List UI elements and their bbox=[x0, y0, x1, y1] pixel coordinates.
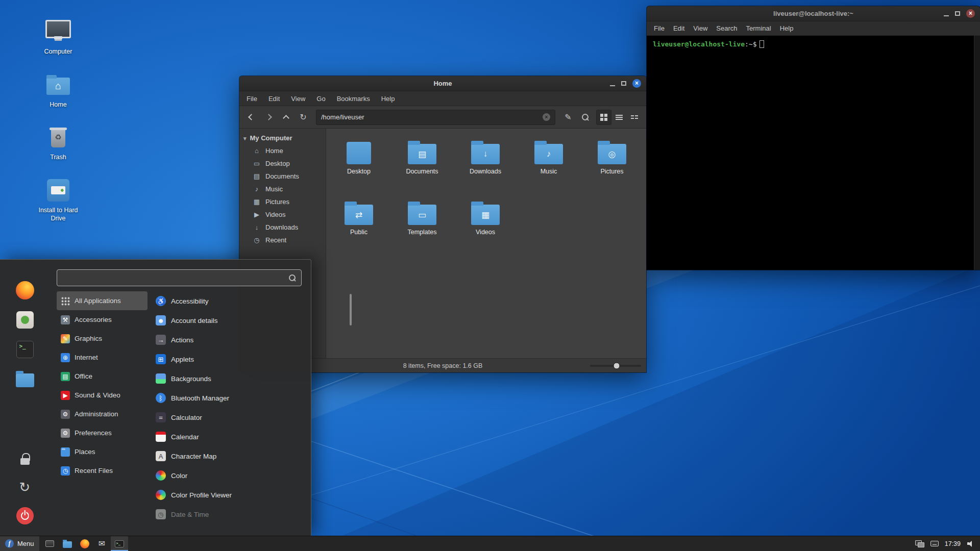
application-item[interactable]: ᛒ Bluetooth Manager bbox=[152, 388, 305, 408]
application-item[interactable]: Color bbox=[152, 466, 305, 485]
file-manager-menu-item[interactable]: Bookmarks bbox=[337, 95, 370, 103]
file-manager-menu-item[interactable]: File bbox=[247, 95, 257, 103]
file-item[interactable]: ↓ Downloads bbox=[470, 141, 501, 175]
keyboard-icon[interactable] bbox=[930, 541, 939, 546]
file-item[interactable]: ▦ Videos bbox=[471, 202, 500, 236]
file-item[interactable]: ⇄ Public bbox=[345, 202, 373, 236]
category-item[interactable]: ▤ Office bbox=[57, 367, 148, 386]
sidebar-item[interactable]: ♪ Music bbox=[239, 183, 326, 195]
application-item[interactable]: A Character Map bbox=[152, 446, 305, 466]
network-icon[interactable] bbox=[915, 540, 924, 547]
show-desktop-icon[interactable] bbox=[41, 536, 59, 551]
terminal-scrollbar[interactable] bbox=[974, 36, 980, 270]
category-item[interactable]: All Applications bbox=[57, 291, 148, 310]
logout-icon[interactable] bbox=[15, 477, 35, 497]
sidebar-item[interactable]: ◷ Recent bbox=[239, 234, 326, 246]
forward-button[interactable] bbox=[261, 110, 276, 125]
application-item[interactable]: ⊞ Applets bbox=[152, 349, 305, 369]
files-task-icon[interactable] bbox=[59, 536, 76, 551]
home-folder-icon[interactable]: ⌂ Home bbox=[30, 71, 86, 109]
close-button[interactable]: × bbox=[632, 79, 641, 88]
terminal-menu-item[interactable]: Help bbox=[780, 24, 794, 32]
file-item[interactable]: ▤ Documents bbox=[406, 141, 438, 175]
icon-view-button[interactable] bbox=[596, 110, 611, 125]
refresh-button[interactable]: ↻ bbox=[296, 110, 311, 125]
mail-icon[interactable] bbox=[93, 536, 111, 551]
category-item[interactable]: ▶ Sound & Video bbox=[57, 386, 148, 405]
application-item[interactable]: → Actions bbox=[152, 330, 305, 349]
sidebar-item[interactable]: ▦ Pictures bbox=[239, 195, 326, 208]
terminal-task-icon[interactable] bbox=[111, 536, 128, 551]
application-item[interactable]: ☻ Account details bbox=[152, 311, 305, 330]
clear-path-icon[interactable]: × bbox=[543, 113, 550, 121]
application-item[interactable]: ♿ Accessibility bbox=[152, 291, 305, 311]
minimize-button[interactable] bbox=[610, 85, 615, 86]
terminal-icon[interactable] bbox=[15, 339, 35, 360]
file-manager-menu-item[interactable]: Go bbox=[316, 95, 325, 103]
file-item[interactable]: ▭ Templates bbox=[408, 202, 437, 236]
menu-button[interactable]: f Menu bbox=[0, 536, 39, 551]
expander-icon[interactable] bbox=[243, 134, 247, 142]
installer-icon[interactable]: Install to Hard Drive bbox=[30, 177, 86, 222]
application-item[interactable]: Color Profile Viewer bbox=[152, 485, 305, 505]
terminal-menu-item[interactable]: File bbox=[654, 24, 665, 32]
file-manager-menu-item[interactable]: Edit bbox=[268, 95, 280, 103]
application-item[interactable]: Backgrounds bbox=[152, 369, 305, 388]
files-icon[interactable] bbox=[15, 369, 35, 389]
category-item[interactable]: ⚒ Accessories bbox=[57, 310, 148, 329]
search-input[interactable] bbox=[62, 274, 289, 282]
terminal-menu-item[interactable]: View bbox=[693, 24, 707, 32]
clock[interactable]: 17:39 bbox=[945, 540, 961, 547]
lock-icon[interactable] bbox=[15, 448, 35, 469]
firefox-icon[interactable] bbox=[15, 280, 35, 300]
search-button[interactable] bbox=[578, 110, 593, 125]
file-manager-title-bar[interactable]: Home × bbox=[239, 76, 646, 91]
sidebar-heading[interactable]: My Computer bbox=[239, 132, 326, 144]
software-icon[interactable] bbox=[15, 310, 35, 330]
file-manager-menu-item[interactable]: View bbox=[291, 95, 305, 103]
application-item[interactable]: ◷ Date & Time bbox=[152, 505, 305, 524]
path-entry[interactable]: /home/liveuser × bbox=[316, 110, 555, 125]
up-button[interactable] bbox=[278, 110, 293, 125]
terminal-menu-item[interactable]: Edit bbox=[673, 24, 684, 32]
category-item[interactable]: ⊕ Internet bbox=[57, 348, 148, 367]
compact-view-button[interactable] bbox=[627, 110, 642, 125]
menu-search-box[interactable] bbox=[57, 269, 302, 286]
category-item[interactable]: ◷ Recent Files bbox=[57, 461, 148, 480]
sidebar-item[interactable]: ⌂ Home bbox=[239, 144, 326, 157]
maximize-button[interactable] bbox=[621, 81, 626, 86]
edit-location-button[interactable]: ✎ bbox=[560, 110, 576, 125]
back-button[interactable] bbox=[243, 110, 259, 125]
maximize-button[interactable] bbox=[955, 11, 960, 16]
volume-icon[interactable] bbox=[967, 540, 975, 547]
category-item[interactable]: ✎ Graphics bbox=[57, 329, 148, 348]
category-item[interactable]: ⚙ Administration bbox=[57, 405, 148, 423]
application-item[interactable]: = Calculator bbox=[152, 408, 305, 427]
menu-scrollbar[interactable] bbox=[350, 294, 352, 325]
zoom-slider-knob[interactable] bbox=[614, 362, 620, 369]
file-manager-menu-item[interactable]: Help bbox=[381, 95, 395, 103]
firefox-task-icon[interactable] bbox=[76, 536, 93, 551]
file-item[interactable]: ♪ Music bbox=[534, 141, 563, 175]
terminal-content[interactable]: liveuser@localhost-live:~$ bbox=[647, 36, 980, 270]
sidebar-item[interactable]: ▶ Videos bbox=[239, 208, 326, 221]
zoom-slider[interactable] bbox=[590, 359, 641, 372]
terminal-menu-item[interactable]: Terminal bbox=[746, 24, 771, 32]
file-item[interactable]: Desktop bbox=[347, 141, 371, 175]
sidebar-item[interactable]: ↓ Downloads bbox=[239, 221, 326, 234]
terminal-menu-item[interactable]: Search bbox=[716, 24, 737, 32]
list-view-button[interactable] bbox=[611, 110, 627, 125]
minimize-button[interactable] bbox=[944, 15, 949, 16]
application-item[interactable]: Calendar bbox=[152, 427, 305, 446]
sidebar-item[interactable]: ▭ Desktop bbox=[239, 157, 326, 170]
sidebar-item[interactable]: ▤ Documents bbox=[239, 170, 326, 183]
category-item[interactable]: Places bbox=[57, 442, 148, 461]
shutdown-icon[interactable] bbox=[15, 506, 35, 526]
trash-icon[interactable]: ♻ Trash bbox=[30, 124, 86, 162]
computer-icon[interactable]: Computer bbox=[30, 18, 86, 56]
category-item[interactable]: ⚙ Preferences bbox=[57, 423, 148, 442]
terminal-title-bar[interactable]: liveuser@localhost-live:~ × bbox=[647, 6, 980, 21]
close-button[interactable]: × bbox=[966, 9, 975, 18]
file-manager-content[interactable]: Desktop ▤ Documents ↓ Downloads ♪ Music … bbox=[326, 129, 646, 358]
file-item[interactable]: ◎ Pictures bbox=[598, 141, 626, 175]
